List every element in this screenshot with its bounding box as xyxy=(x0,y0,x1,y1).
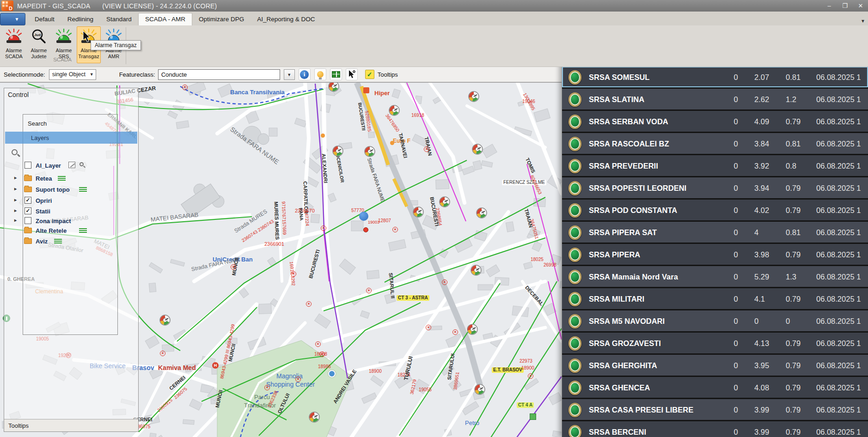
valve-marker-icon[interactable]: ✕ xyxy=(366,288,372,293)
valve-marker-icon[interactable]: ✕ xyxy=(231,264,236,270)
table-row[interactable]: SRSA PREVEDERII03.920.806.08.2025 1 xyxy=(562,155,868,176)
table-row[interactable]: SRSA CASA PRESEI LIBERE03.990.7906.08.20… xyxy=(562,399,868,420)
tooltips-checkbox[interactable]: ✓ xyxy=(365,70,374,79)
featureclass-input[interactable]: Conducte xyxy=(158,69,280,80)
station-gauge-icon[interactable] xyxy=(332,146,343,157)
valve-marker-icon[interactable]: ✕ xyxy=(315,341,321,347)
layer-checkbox[interactable]: ✓ xyxy=(24,207,31,214)
layer-checkbox[interactable] xyxy=(24,217,31,224)
station-gauge-icon[interactable] xyxy=(471,265,482,276)
ribbon-collapse-icon[interactable]: ▼ xyxy=(861,18,865,24)
expand-arrow-icon[interactable]: ▸ xyxy=(14,218,17,223)
table-row[interactable]: SRSA GHENCEA04.080.7906.08.2025 1 xyxy=(562,377,868,398)
layer-item-statii[interactable]: ▸✓Statii xyxy=(4,207,138,216)
valve-marker-icon[interactable]: ✕ xyxy=(182,85,188,90)
selectionmode-select[interactable]: single Object ▼ xyxy=(49,69,96,80)
expand-arrow-icon[interactable]: ▸ xyxy=(14,197,17,202)
station-gauge-icon[interactable] xyxy=(413,206,424,218)
station-gauge-icon[interactable] xyxy=(389,105,400,116)
alarm-point-marker[interactable] xyxy=(363,227,368,232)
table-row[interactable]: SRSA POD CONSTANTA04.020.7906.08.2025 1 xyxy=(562,200,868,220)
valve-marker-icon[interactable]: ✕ xyxy=(291,271,296,277)
cell-time: 06.08.2025 1 xyxy=(816,356,861,375)
table-row[interactable]: SRSA M5 NAVODARI00006.08.2025 1 xyxy=(562,310,868,331)
table-row[interactable]: SRSA POPESTI LEORDENI03.940.7906.08.2025… xyxy=(562,177,868,198)
valve-marker-icon[interactable]: ✕ xyxy=(319,352,325,357)
expand-arrow-icon[interactable]: ▸ xyxy=(14,186,17,191)
station-gauge-icon[interactable] xyxy=(476,207,487,218)
minimize-button[interactable]: – xyxy=(825,2,834,9)
valve-marker-icon[interactable]: ✕ xyxy=(426,325,431,330)
valve-marker-icon[interactable]: ✕ xyxy=(295,376,301,382)
selected-point-marker[interactable] xyxy=(359,212,368,221)
valve-marker-icon[interactable]: ✕ xyxy=(306,301,312,307)
search-icon[interactable] xyxy=(79,162,84,166)
station-gauge-icon[interactable] xyxy=(472,144,483,155)
legend-button[interactable] xyxy=(330,68,342,80)
station-gauge-icon[interactable] xyxy=(159,315,171,326)
select-cursor-button[interactable] xyxy=(346,68,358,80)
info-button[interactable]: i xyxy=(299,68,311,80)
layer-item-opriri[interactable]: ▸✓Opriri xyxy=(4,196,138,206)
valve-marker-icon[interactable]: ✕ xyxy=(321,225,326,231)
table-row[interactable]: SRSA SOMESUL02.070.8106.08.2025 1 xyxy=(562,67,868,87)
shopping-poi-icon xyxy=(328,370,336,377)
layer-item-alte-retele[interactable]: Alte Retele xyxy=(4,226,138,236)
layer-item-suport-topo[interactable]: ▸Suport topo xyxy=(4,185,138,194)
edit-icon[interactable] xyxy=(68,162,75,168)
map-label: 26998 xyxy=(544,263,556,267)
layer-item-aviz[interactable]: Aviz xyxy=(4,237,138,246)
layer-item-zona-impact[interactable]: ▸Zona impact xyxy=(4,217,138,226)
table-row[interactable]: SRSA BERCENI03.990.7906.08.2025 1 xyxy=(562,421,868,437)
layer-checkbox[interactable]: ✓ xyxy=(24,197,31,204)
layer-checkbox[interactable] xyxy=(24,162,31,169)
featureclass-dropdown-button[interactable]: ▼ xyxy=(284,69,295,80)
app-menu-button[interactable]: ▼ xyxy=(0,13,25,25)
status-led-icon xyxy=(568,403,581,417)
restore-button[interactable]: ❐ xyxy=(840,2,850,9)
valve-marker-icon[interactable]: ✕ xyxy=(160,351,165,356)
station-gauge-icon[interactable] xyxy=(468,91,479,102)
close-button[interactable]: ✕ xyxy=(856,2,865,9)
cell-nral: 0 xyxy=(726,245,746,264)
table-row[interactable]: SRSA SLATINA02.621.206.08.2025 1 xyxy=(562,89,868,109)
map-label: 9715767157669 xyxy=(281,201,287,235)
valve-marker-icon[interactable]: ✕ xyxy=(442,279,447,285)
table-row[interactable]: SRSA PIPERA03.980.7906.08.2025 1 xyxy=(562,244,868,265)
table-row[interactable]: SRSA Mamaia Nord Vara05.291.306.08.2025 … xyxy=(562,266,868,287)
station-gauge-icon[interactable] xyxy=(309,412,320,423)
valve-marker-icon[interactable]: ✕ xyxy=(424,146,429,152)
hospital-poi-icon: H xyxy=(212,362,219,369)
table-row[interactable]: SRSA GROZAVESTI04.130.7906.08.2025 1 xyxy=(562,333,868,353)
table-row[interactable]: SRSA MILITARI04.10.7906.08.2025 1 xyxy=(562,288,868,309)
valve-marker-icon[interactable]: ✕ xyxy=(528,373,533,379)
search-icon[interactable] xyxy=(12,149,18,155)
station-gauge-icon[interactable] xyxy=(467,324,478,335)
valve-marker-icon[interactable]: ✕ xyxy=(392,227,398,232)
valve-marker-icon[interactable]: ✕ xyxy=(452,329,458,335)
table-row[interactable]: SRSA PIPERA SAT040.8106.08.2025 1 xyxy=(562,222,868,243)
table-row[interactable]: SRSA GHERGHITA03.950.7906.08.2025 1 xyxy=(562,355,868,376)
tab-standard[interactable]: Standard xyxy=(100,13,138,25)
cell-nral: 0 xyxy=(726,134,746,153)
tab-scada-amr[interactable]: SCADA - AMR xyxy=(138,13,192,25)
station-gauge-icon[interactable] xyxy=(328,82,339,92)
expand-arrow-icon[interactable]: ▸ xyxy=(14,175,17,180)
lightbulb-button[interactable] xyxy=(314,68,326,80)
tab-optimizare-dpg[interactable]: Optimizare DPG xyxy=(192,13,251,25)
tooltips-panel-tab[interactable]: Tooltips xyxy=(4,419,138,431)
hiper-poi-icon xyxy=(363,87,369,93)
tab-ai-reporting-doc[interactable]: AI_Reporting & DOC xyxy=(251,13,321,25)
tab-redlining[interactable]: Redlining xyxy=(61,13,100,25)
station-gauge-icon[interactable] xyxy=(474,384,485,395)
station-gauge-icon[interactable] xyxy=(364,146,375,157)
tab-default[interactable]: Default xyxy=(28,13,61,25)
table-row[interactable]: SRSA SERBAN VODA04.090.7906.08.2025 1 xyxy=(562,111,868,132)
table-row[interactable]: SRSA RASCOALEI BZ03.840.8106.08.2025 1 xyxy=(562,133,868,154)
layer-item-ai-layer[interactable]: AI_Layer xyxy=(4,161,138,170)
station-gauge-icon[interactable] xyxy=(439,196,450,207)
expand-arrow-icon[interactable]: ▸ xyxy=(14,208,17,213)
valve-marker-icon[interactable]: ✕ xyxy=(264,385,270,390)
layers-selected-row[interactable]: Layers xyxy=(5,132,137,144)
layer-item-retea[interactable]: ▸Retea xyxy=(4,174,138,183)
